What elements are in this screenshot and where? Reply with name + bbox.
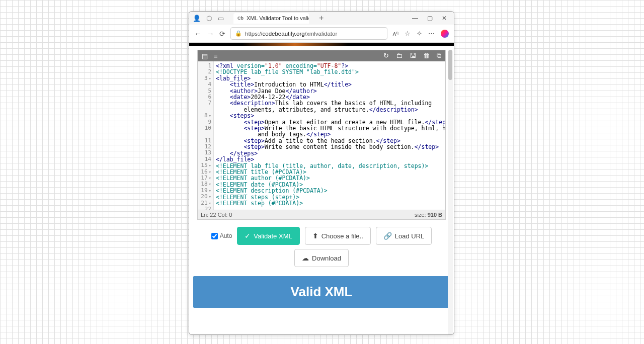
more-icon[interactable]: ⋯ <box>428 30 435 37</box>
favorite-icon[interactable]: ☆ <box>405 30 411 37</box>
load-url-button[interactable]: 🔗Load URL <box>376 227 432 245</box>
titlebar: 👤 ⬡ ▭ Cb XML Validator Tool to validate … <box>189 12 454 25</box>
history-icon[interactable]: ↻ <box>383 52 389 60</box>
url-text: https://codebeautify.org/xmlvalidator <box>245 31 337 37</box>
browser-window: 👤 ⬡ ▭ Cb XML Validator Tool to validate … <box>189 11 454 335</box>
editor-toolbar: ▤ ≡ ↻ 🗀 🖫 🗑 ⧉ <box>198 50 445 61</box>
collections-icon[interactable]: ✧ <box>417 30 422 37</box>
download-button[interactable]: ☁Download <box>294 249 349 267</box>
auto-checkbox[interactable]: Auto <box>211 232 232 239</box>
editor-status: Ln: 22 Col: 0 size: 910 B <box>198 210 445 219</box>
indent-icon[interactable]: ▤ <box>202 52 208 60</box>
maximize-icon[interactable]: ▢ <box>427 15 433 22</box>
forward-button[interactable]: → <box>207 29 214 38</box>
back-button[interactable]: ← <box>194 29 202 38</box>
copy-icon[interactable]: ⧉ <box>437 52 441 60</box>
page-content: ▤ ≡ ↻ 🗀 🖫 🗑 ⧉ 123▾45678▾9101112131415▾16… <box>189 43 454 334</box>
upload-icon: ⬆ <box>312 232 318 240</box>
file-size: size: 910 B <box>415 212 442 218</box>
result-banner: Valid XML <box>193 276 450 308</box>
tab-title: XML Validator Tool to validate XM <box>247 15 309 21</box>
address-bar: ← → ⟳ 🔒 https://codebeautify.org/xmlvali… <box>189 25 454 43</box>
url-input[interactable]: 🔒 https://codebeautify.org/xmlvalidator <box>230 27 387 40</box>
delete-icon[interactable]: 🗑 <box>423 52 430 60</box>
new-tab-button[interactable]: + <box>319 14 324 23</box>
minimize-icon[interactable]: — <box>412 15 418 22</box>
auto-checkbox-input[interactable] <box>211 233 218 239</box>
code-text[interactable]: <?xml version="1.0" encoding="UTF-8"?> <… <box>214 61 445 210</box>
tabs-icon[interactable]: ▭ <box>217 15 224 22</box>
profile-icon[interactable]: 👤 <box>193 15 200 22</box>
choose-file-button[interactable]: ⬆Choose a file.. <box>305 227 371 245</box>
validate-button[interactable]: ✓Validate XML <box>237 227 299 245</box>
folder-icon[interactable]: 🗀 <box>396 52 403 60</box>
scrollbar[interactable]: ▾ <box>448 50 453 335</box>
link-icon: 🔗 <box>383 232 392 240</box>
code-editor: ▤ ≡ ↻ 🗀 🖫 🗑 ⧉ 123▾45678▾9101112131415▾16… <box>197 50 446 220</box>
scroll-down-icon[interactable]: ▾ <box>448 334 453 335</box>
menu-icon[interactable]: ≡ <box>214 52 218 60</box>
close-icon[interactable]: ✕ <box>442 15 447 22</box>
action-buttons: Auto ✓Validate XML ⬆Choose a file.. 🔗Loa… <box>195 227 448 245</box>
refresh-button[interactable]: ⟳ <box>219 30 225 38</box>
text-size-icon[interactable]: Aη <box>392 30 398 37</box>
cloud-download-icon: ☁ <box>302 254 309 262</box>
lock-icon: 🔒 <box>235 30 242 37</box>
browser-tab[interactable]: Cb XML Validator Tool to validate XM × <box>233 13 309 24</box>
line-gutter: 123▾45678▾9101112131415▾16▾17▾18▾19▾20▾2… <box>198 61 214 210</box>
tab-favicon: Cb <box>237 16 244 21</box>
cube-icon[interactable]: ⬡ <box>205 15 212 22</box>
save-icon[interactable]: 🖫 <box>410 52 416 60</box>
copilot-icon[interactable] <box>441 30 449 38</box>
check-icon: ✓ <box>245 232 251 240</box>
cursor-position: Ln: 22 Col: 0 <box>201 212 232 218</box>
code-area[interactable]: 123▾45678▾9101112131415▾16▾17▾18▾19▾20▾2… <box>198 61 445 210</box>
scrollbar-thumb[interactable] <box>448 50 452 80</box>
banner-strip <box>189 43 454 46</box>
